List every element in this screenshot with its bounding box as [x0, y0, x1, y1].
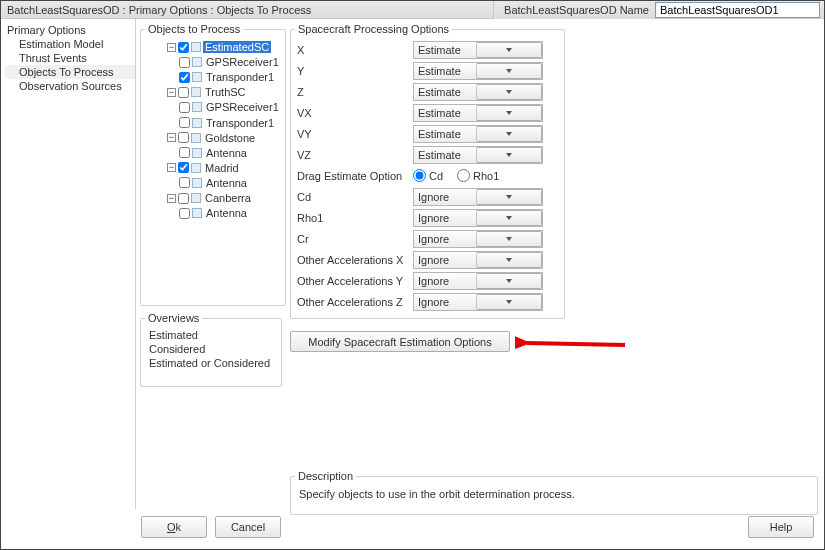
overview-item[interactable]: Estimated — [145, 328, 277, 342]
tree-node[interactable]: GPSReceiver1 — [145, 99, 281, 114]
tree-node[interactable]: Transponder1 — [145, 114, 281, 129]
object-icon — [192, 178, 202, 188]
chevron-down-icon[interactable] — [476, 42, 542, 58]
chevron-down-icon[interactable] — [476, 210, 542, 226]
description-title: Description — [295, 470, 356, 482]
expand-toggle-icon[interactable]: − — [167, 88, 176, 97]
spo-combo[interactable]: Estimate — [413, 125, 543, 143]
spo-combo[interactable]: Estimate — [413, 146, 543, 164]
modify-row: Modify Spacecraft Estimation Options — [290, 331, 818, 352]
expand-toggle-icon[interactable]: − — [167, 133, 176, 142]
tree-node[interactable]: Transponder1 — [145, 69, 281, 84]
spo-combo[interactable]: Ignore — [413, 188, 543, 206]
tree-node[interactable]: −Canberra — [145, 190, 281, 205]
spo-row: XEstimate — [295, 39, 560, 60]
tree-label[interactable]: Goldstone — [203, 132, 257, 144]
spo-combo[interactable]: Estimate — [413, 83, 543, 101]
spo-combo[interactable]: Ignore — [413, 293, 543, 311]
tree-label[interactable]: TruthSC — [203, 86, 248, 98]
spo-label: Other Accelerations X — [295, 254, 413, 266]
tree-label[interactable]: Transponder1 — [204, 71, 276, 83]
nav-item-observation-sources[interactable]: Observation Sources — [5, 79, 135, 93]
tree-label[interactable]: Transponder1 — [204, 117, 276, 129]
tree-checkbox[interactable] — [179, 177, 190, 188]
cancel-button[interactable]: Cancel — [215, 516, 281, 538]
tree-checkbox[interactable] — [178, 87, 189, 98]
name-input[interactable] — [655, 2, 820, 18]
expand-toggle-icon[interactable]: − — [167, 163, 176, 172]
chevron-down-icon[interactable] — [476, 189, 542, 205]
chevron-down-icon[interactable] — [476, 126, 542, 142]
chevron-down-icon[interactable] — [476, 294, 542, 310]
expand-toggle-icon[interactable]: − — [167, 43, 176, 52]
tree-node[interactable]: Antenna — [145, 145, 281, 160]
tree-checkbox[interactable] — [178, 132, 189, 143]
spo-combo[interactable]: Estimate — [413, 62, 543, 80]
spo-combo[interactable]: Ignore — [413, 272, 543, 290]
tree-checkbox[interactable] — [178, 193, 189, 204]
chevron-down-icon[interactable] — [476, 252, 542, 268]
chevron-down-icon[interactable] — [476, 231, 542, 247]
chevron-down-icon[interactable] — [476, 63, 542, 79]
radio-rho1[interactable]: Rho1 — [457, 169, 499, 182]
tree-label[interactable]: Antenna — [204, 177, 249, 189]
tree-checkbox[interactable] — [179, 117, 190, 128]
tree-label[interactable]: EstimatedSC — [203, 41, 271, 53]
tree-checkbox[interactable] — [179, 57, 190, 68]
tree-label[interactable]: GPSReceiver1 — [204, 56, 281, 68]
spo-combo[interactable]: Ignore — [413, 209, 543, 227]
nav-item-thrust-events[interactable]: Thrust Events — [5, 51, 135, 65]
ok-button[interactable]: Ok — [141, 516, 207, 538]
overview-item[interactable]: Considered — [145, 342, 277, 356]
name-label: BatchLeastSquaresOD Name — [493, 1, 653, 19]
radio-cd[interactable]: Cd — [413, 169, 443, 182]
tree-checkbox[interactable] — [179, 147, 190, 158]
spo-row: Rho1Ignore — [295, 207, 560, 228]
spo-row: VZEstimate — [295, 144, 560, 165]
tree-checkbox[interactable] — [179, 102, 190, 113]
tree-node[interactable]: Antenna — [145, 175, 281, 190]
spo-row: VXEstimate — [295, 102, 560, 123]
tree-node[interactable]: −Madrid — [145, 160, 281, 175]
tree-label[interactable]: GPSReceiver1 — [204, 101, 281, 113]
tree-node[interactable]: GPSReceiver1 — [145, 54, 281, 69]
tree-node[interactable]: Antenna — [145, 205, 281, 220]
spo-label: Other Accelerations Z — [295, 296, 413, 308]
help-button[interactable]: Help — [748, 516, 814, 538]
breadcrumb: BatchLeastSquaresOD : Primary Options : … — [1, 4, 493, 16]
chevron-down-icon[interactable] — [476, 147, 542, 163]
chevron-down-icon[interactable] — [476, 105, 542, 121]
tree-checkbox[interactable] — [178, 162, 189, 173]
objects-tree[interactable]: −EstimatedSCGPSReceiver1Transponder1−Tru… — [145, 39, 281, 299]
chevron-down-icon[interactable] — [476, 273, 542, 289]
spo-combo[interactable]: Estimate — [413, 41, 543, 59]
footer-buttons: Ok Cancel Help — [1, 511, 824, 549]
overview-item[interactable]: Estimated or Considered — [145, 356, 277, 370]
spo-row: Other Accelerations ZIgnore — [295, 291, 560, 312]
tree-checkbox[interactable] — [179, 72, 190, 83]
spo-combo[interactable]: Ignore — [413, 251, 543, 269]
modify-spacecraft-estimation-button[interactable]: Modify Spacecraft Estimation Options — [290, 331, 510, 352]
combo-value: Estimate — [414, 86, 476, 98]
spo-label: Other Accelerations Y — [295, 275, 413, 287]
tree-label[interactable]: Antenna — [204, 207, 249, 219]
object-icon — [191, 42, 201, 52]
nav-root[interactable]: Primary Options — [5, 23, 135, 37]
nav-item-objects-to-process[interactable]: Objects To Process — [5, 65, 135, 79]
tree-node[interactable]: −Goldstone — [145, 130, 281, 145]
tree-node[interactable]: −TruthSC — [145, 84, 281, 99]
tree-checkbox[interactable] — [179, 208, 190, 219]
nav-item-estimation-model[interactable]: Estimation Model — [5, 37, 135, 51]
tree-label[interactable]: Madrid — [203, 162, 241, 174]
annotation-arrow-icon — [515, 335, 635, 355]
tree-label[interactable]: Antenna — [204, 147, 249, 159]
radio-cd-input[interactable] — [413, 169, 426, 182]
spo-combo[interactable]: Ignore — [413, 230, 543, 248]
tree-label[interactable]: Canberra — [203, 192, 253, 204]
spo-combo[interactable]: Estimate — [413, 104, 543, 122]
chevron-down-icon[interactable] — [476, 84, 542, 100]
tree-node[interactable]: −EstimatedSC — [145, 39, 281, 54]
radio-rho1-input[interactable] — [457, 169, 470, 182]
tree-checkbox[interactable] — [178, 42, 189, 53]
expand-toggle-icon[interactable]: − — [167, 194, 176, 203]
